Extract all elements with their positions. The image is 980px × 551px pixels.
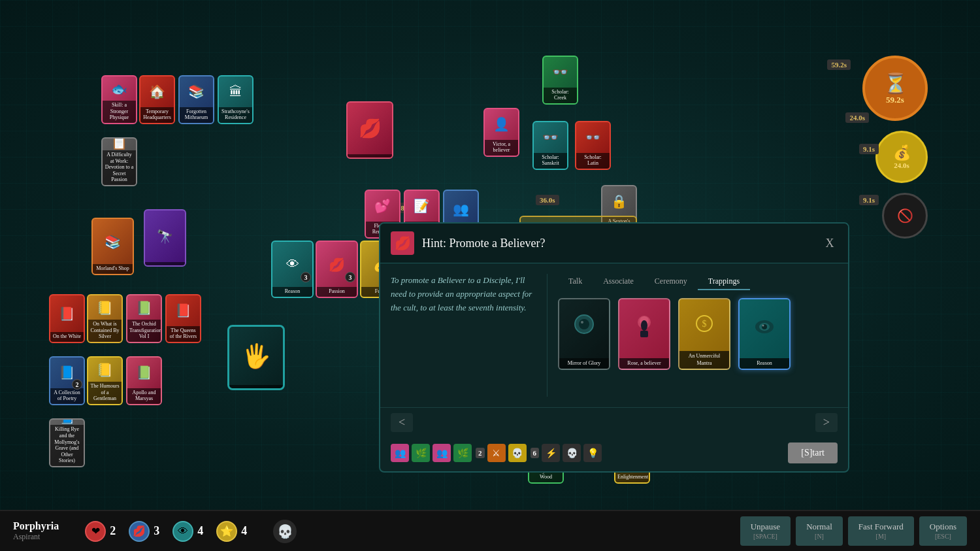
tertiary-timer-label: 9.1s	[859, 144, 879, 154]
on-what-card[interactable]: 📒 On What is Contained By Silver	[87, 294, 123, 343]
normal-button[interactable]: Normal [N]	[796, 516, 843, 546]
scholar-latin-icon: 👓	[576, 122, 610, 153]
reason-left-card[interactable]: 👁 Reason 3	[271, 241, 314, 298]
modal-cards-area: Talk Associate Ceremony Trappings	[558, 274, 838, 397]
victor-card[interactable]: 👤 Victor, a believer	[483, 108, 519, 157]
action-icon-9[interactable]: 💡	[583, 444, 602, 462]
poetry-badge: 2	[72, 379, 82, 390]
funds-value: 4	[241, 524, 247, 538]
forgotten-card[interactable]: 📚 Forgotten Mithraeum	[178, 75, 214, 124]
reason-stat: 👁 4	[172, 521, 203, 542]
modal-prev-button[interactable]: <	[391, 413, 413, 432]
reason-left-label: Reason	[272, 287, 312, 297]
modal-body: To promote a Believer to a Disciple, I'l…	[380, 263, 848, 407]
victor-label: Victor, a believer	[485, 140, 518, 156]
hourglass-icon: ⏳	[883, 72, 907, 95]
skill-card-label: Skill: a Stronger Physique	[103, 101, 136, 123]
on-white-card[interactable]: 📕 On the White	[49, 294, 85, 343]
scholar-latin-card[interactable]: 👓 Scholar: Latin	[575, 121, 611, 170]
tab-ceremony[interactable]: Ceremony	[644, 274, 698, 290]
passion-card[interactable]: 💋 Passion 3	[316, 241, 358, 298]
tab-talk[interactable]: Talk	[558, 274, 593, 290]
mantra-icon: $	[679, 299, 729, 351]
tab-associate[interactable]: Associate	[593, 274, 644, 290]
hand-card[interactable]: 🖐	[227, 325, 285, 390]
modal-card-mirror[interactable]: Mirror of Glory	[558, 298, 610, 370]
scholar-creek-icon: 👓	[544, 57, 577, 88]
orchid-card[interactable]: 📗 The Orchid Transfigurations, Vol I	[126, 294, 162, 343]
apollo-card[interactable]: 📗 Apollo and Marsyas	[126, 356, 162, 405]
house-icon: 🏛	[219, 76, 252, 107]
options-button[interactable]: Options [ESC]	[919, 516, 967, 546]
player-name: Porphyria	[13, 520, 59, 532]
lips-icon: 💋	[348, 103, 392, 154]
queens-card[interactable]: 📕 The Queens of the Rivers	[165, 294, 201, 343]
temp-hq-card[interactable]: 🏠 Temporary Headquarters	[139, 75, 175, 124]
modal-card-rose[interactable]: Rose, a believer	[618, 298, 670, 370]
books-icon: 📚	[180, 76, 213, 107]
action-icon-6[interactable]: 💀	[508, 444, 527, 462]
reason-modal-icon	[740, 299, 789, 358]
pink-book-icon: 📗	[127, 295, 161, 320]
scholar-sanskrit-icon: 👓	[534, 122, 567, 153]
scholar-creek-card[interactable]: 👓 Scholar: Creek	[542, 56, 578, 105]
action-icon-2[interactable]: 🌿	[412, 444, 430, 462]
modal-card-mantra[interactable]: $ An Unmerciful Mantra	[678, 298, 730, 370]
action-icon-5[interactable]: ⚔	[487, 444, 506, 462]
devotion-card[interactable]: 📋 A Difficulty at Work: Devotion to a Se…	[101, 137, 137, 186]
killing-rye-card[interactable]: 📘 Killing Rye and the Mollymog's Grave (…	[49, 418, 85, 467]
fast-forward-button[interactable]: Fast Forward [M]	[848, 516, 914, 546]
main-timer-label: 59.2s	[827, 59, 851, 70]
reason-modal-label: Reason	[740, 358, 789, 369]
action-icon-3[interactable]: 👥	[433, 444, 451, 462]
reason-badge: 3	[301, 272, 311, 282]
modal-close-button[interactable]: X	[822, 235, 838, 251]
telescope-card[interactable]: 🔭	[144, 209, 186, 267]
passion-stat: 💋 3	[129, 521, 159, 542]
health-value: 2	[110, 524, 116, 538]
tab-trappings[interactable]: Trappings	[698, 274, 750, 290]
humours-label: The Humours of a Gentleman	[88, 382, 122, 404]
options-label: Options	[930, 522, 956, 533]
scholar-sanskrit-card[interactable]: 👓 Scholar: Sanskrit	[532, 121, 568, 170]
skill-card[interactable]: 🐟 Skill: a Stronger Physique	[101, 75, 137, 124]
fish-icon: 🐟	[103, 76, 136, 101]
humours-icon: 📒	[88, 358, 122, 382]
action-icon-8[interactable]: 💀	[563, 444, 581, 462]
svg-point-5	[641, 320, 647, 331]
start-button[interactable]: [S]tart	[788, 442, 838, 463]
action-icon-4[interactable]: 🌿	[453, 444, 472, 462]
red-book-icon: 📕	[50, 295, 84, 332]
secondary-timer-label: 24.0s	[845, 112, 869, 123]
modal-header: 💋 Hint: Promote a Believer? X	[380, 224, 848, 263]
killing-rye-label: Killing Rye and the Mollymog's Grave (an…	[50, 425, 84, 466]
rose-label: Rose, a believer	[619, 358, 669, 369]
action-icon-7[interactable]: ⚡	[542, 444, 560, 462]
temp-hq-label: Temporary Headquarters	[140, 107, 174, 123]
lips-card[interactable]: 💋	[346, 101, 393, 159]
modal-header-icon: 💋	[391, 231, 414, 255]
action-icon-1[interactable]: 👥	[391, 444, 409, 462]
poetry-card[interactable]: 📘 A Collection of Poetry 2	[49, 356, 85, 405]
modal-card-reason[interactable]: Reason	[738, 298, 791, 370]
fast-forward-label: Fast Forward	[858, 522, 904, 533]
svg-point-12	[762, 324, 764, 326]
paper-icon: 📋	[103, 137, 136, 150]
modal-next-button[interactable]: >	[815, 413, 838, 432]
on-what-label: On What is Contained By Silver	[88, 320, 122, 342]
passion-label: Passion	[317, 287, 357, 297]
fast-forward-shortcut: [M]	[876, 532, 887, 541]
main-timer: ⏳ 59.2s	[862, 56, 928, 121]
humours-card[interactable]: 📒 The Humours of a Gentleman	[87, 356, 123, 405]
scholar-sanskrit-label: Scholar: Sanskrit	[534, 153, 567, 169]
modal-action-icons: 👥 🌿 👥 🌿 2 ⚔ 💀 6 ⚡ 💀 💡	[391, 444, 602, 462]
on-white-label: On the White	[50, 332, 84, 342]
devotion-label: A Difficulty at Work: Devotion to a Secr…	[103, 150, 136, 185]
gray-book-icon: 📘	[50, 418, 84, 425]
morlands-card[interactable]: 📚 Morland's Shop	[91, 218, 134, 275]
passion-badge: 3	[345, 272, 355, 282]
funds-stat: ⭐ 4	[216, 521, 247, 542]
strathcoynes-card[interactable]: 🏛 Strathcoyne's Residence	[218, 75, 253, 124]
skull-button[interactable]: 💀	[273, 520, 297, 543]
unpause-button[interactable]: Unpause [SPACE]	[740, 516, 791, 546]
